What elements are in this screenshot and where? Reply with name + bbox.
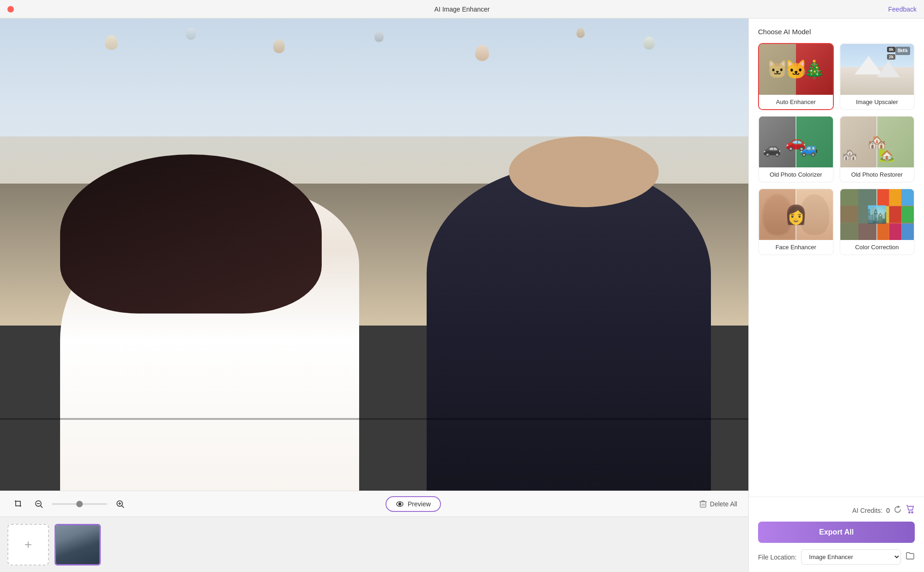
app-title: AI Image Enhancer [434, 6, 490, 13]
model-thumbnail-image-upscaler: 8k 2k [840, 44, 914, 95]
zoom-in-button[interactable] [113, 497, 128, 511]
zoom-slider[interactable] [52, 503, 107, 505]
balloon-7 [643, 37, 655, 49]
feedback-link[interactable]: Feedback [888, 6, 917, 13]
model-card-old-photo-colorizer[interactable]: 🚗 🚙 Old Photo Colorizer [758, 116, 834, 183]
balloon-6 [576, 28, 585, 38]
delete-all-button[interactable]: Delete All [699, 500, 737, 508]
thumbnail-image-1 [56, 525, 99, 564]
preview-button[interactable]: Preview [386, 496, 441, 512]
badge-8k: 8k [887, 47, 895, 52]
model-card-old-photo-restorer[interactable]: 🏘️ 🏡 Old Photo Restorer [839, 116, 915, 183]
model-card-color-correction[interactable]: Color Correction [839, 188, 915, 255]
ai-model-grid: 🐱 🎄 Auto Enhancer [758, 43, 915, 255]
file-location-row: File Location: Image Enhancer Desktop Do… [758, 549, 915, 565]
main-layout: Preview Delete All + [0, 18, 924, 572]
svg-point-13 [909, 512, 910, 513]
model-card-face-enhancer[interactable]: Face Enhancer [758, 188, 834, 255]
zoom-slider-thumb [76, 501, 83, 507]
model-thumbnail-auto-enhancer: 🐱 🎄 [759, 44, 833, 95]
balloon-3 [273, 39, 285, 53]
balloon-5 [475, 45, 489, 61]
zoom-out-button[interactable] [31, 497, 46, 511]
ai-credits-row: AI Credits: 0 [758, 504, 915, 516]
crop-button[interactable] [11, 497, 26, 511]
model-label-color-correction: Color Correction [840, 240, 914, 254]
svg-point-8 [399, 503, 401, 505]
balcony-railing [0, 418, 748, 420]
thumbnail-item-1[interactable] [55, 524, 101, 566]
balloon-1 [105, 35, 118, 50]
cart-button[interactable] [906, 504, 915, 516]
main-image [0, 18, 748, 491]
right-panel-content: Choose AI Model 🐱 🎄 Auto E [749, 18, 924, 497]
thumbnail-strip: + [0, 517, 748, 572]
image-controls-toolbar: Preview Delete All [0, 491, 748, 517]
model-thumbnail-face-enhancer [759, 189, 833, 240]
image-viewer[interactable] [0, 18, 748, 491]
model-label-face-enhancer: Face Enhancer [759, 240, 833, 254]
balloon-2 [186, 28, 196, 40]
model-label-image-upscaler: Image Upscaler [840, 95, 914, 109]
model-thumbnail-old-photo-colorizer: 🚗 🚙 [759, 117, 833, 167]
title-bar: AI Image Enhancer Feedback [0, 0, 924, 18]
model-thumbnail-old-photo-restorer: 🏘️ 🏡 [840, 117, 914, 167]
refresh-credits-button[interactable] [893, 505, 902, 516]
svg-rect-9 [700, 502, 706, 507]
model-label-auto-enhancer: Auto Enhancer [759, 95, 833, 109]
ai-credits-label: AI Credits: [852, 507, 882, 514]
folder-button[interactable] [906, 551, 915, 563]
file-location-label: File Location: [758, 554, 796, 561]
add-image-button[interactable]: + [7, 524, 49, 566]
model-label-old-photo-colorizer: Old Photo Colorizer [759, 167, 833, 182]
model-card-auto-enhancer[interactable]: 🐱 🎄 Auto Enhancer [758, 43, 834, 110]
close-button[interactable] [7, 6, 14, 12]
ai-credits-value: 0 [886, 507, 890, 514]
model-label-old-photo-restorer: Old Photo Restorer [840, 167, 914, 182]
model-thumbnail-color-correction [840, 189, 914, 240]
export-all-button[interactable]: Export All [758, 522, 915, 543]
model-card-image-upscaler[interactable]: 8k 2k Image Upscaler [839, 43, 915, 110]
people-area [0, 136, 748, 491]
right-panel-bottom: AI Credits: 0 Export All [749, 497, 924, 572]
choose-ai-model-title: Choose AI Model [758, 28, 915, 36]
zoom-controls [11, 497, 128, 511]
svg-point-14 [912, 512, 913, 513]
man-silhouette [427, 165, 711, 491]
right-panel: Choose AI Model 🐱 🎄 Auto E [748, 18, 924, 572]
file-location-select[interactable]: Image Enhancer Desktop Documents Downloa… [801, 549, 901, 565]
delete-all-label: Delete All [710, 500, 737, 508]
image-panel: Preview Delete All + [0, 18, 748, 572]
svg-line-6 [122, 505, 124, 508]
man-head [509, 136, 659, 207]
woman-hair [60, 154, 322, 314]
svg-line-2 [41, 505, 43, 508]
badge-2k: 2k [887, 54, 895, 60]
balloon-4 [374, 31, 384, 42]
